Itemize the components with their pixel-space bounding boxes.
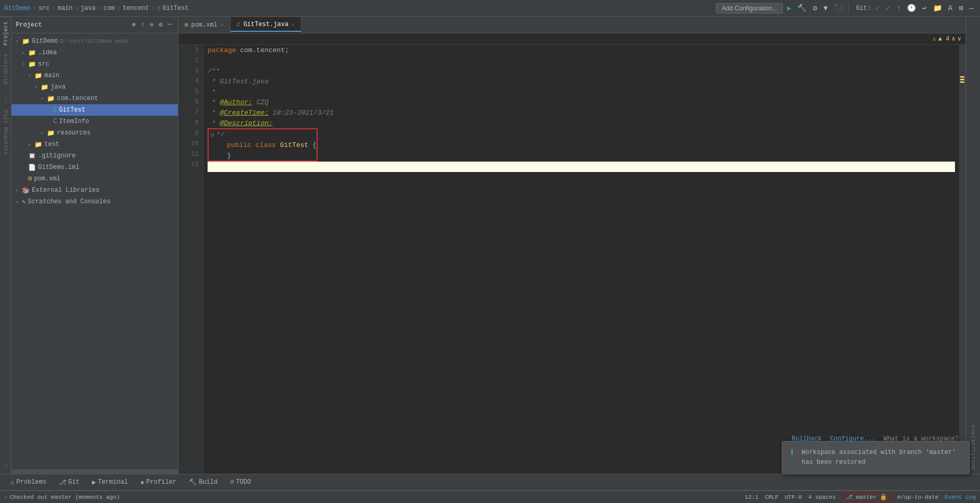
indent[interactable]: 4 spaces: [808, 494, 836, 500]
translate-button[interactable]: A: [946, 3, 954, 14]
library-icon: 📚: [22, 187, 30, 194]
line-separator[interactable]: CRLF: [765, 494, 778, 500]
favorites-icon[interactable]: ☆: [1, 457, 10, 474]
panel-collapse-btn[interactable]: ⊖: [148, 20, 155, 30]
cursor-position[interactable]: 12:1: [745, 494, 758, 500]
tab-problems[interactable]: ⚠ Problems: [4, 474, 53, 490]
warning-chevron-down[interactable]: ∨: [958, 35, 961, 43]
tab-label: Git: [68, 479, 80, 486]
git-show[interactable]: 📁: [931, 3, 944, 14]
com-tencent-folder[interactable]: ▾ 📁 com.tencent: [11, 93, 178, 104]
line-2: 2: [178, 55, 203, 66]
tab-close-gittest[interactable]: ✕: [292, 21, 295, 28]
annotation-key: @Author:: [220, 99, 252, 106]
configure-link[interactable]: Configure...: [830, 435, 875, 443]
vcs-icon: ✓: [4, 494, 8, 500]
breadcrumb-java[interactable]: java: [80, 5, 95, 12]
window-button[interactable]: ⊞: [957, 3, 965, 14]
code-content[interactable]: package com.tencent; /** * GitTest.java …: [203, 45, 959, 474]
breadcrumb-gittest[interactable]: GitTest: [163, 5, 189, 12]
scratches-consoles[interactable]: ▸ ✎ Scratches and Consoles: [11, 196, 178, 207]
breadcrumb-main[interactable]: main: [57, 5, 72, 12]
external-libraries[interactable]: ▸ 📚 External Libraries: [11, 185, 178, 196]
tab-close-pom[interactable]: ✕: [221, 22, 224, 28]
build-button[interactable]: 🔨: [795, 3, 808, 14]
pom-file[interactable]: m pom.xml: [11, 173, 178, 185]
encoding[interactable]: UTF-8: [785, 494, 802, 500]
tab-git[interactable]: ⎇ Git: [53, 474, 86, 490]
what-is-workspace-link[interactable]: What is a workspace?: [884, 435, 959, 443]
status-right: 12:1 CRLF UTF-8 4 spaces ⎇ master 🔒 ∅/up…: [745, 493, 976, 501]
iml-file[interactable]: 📄 GitDemo.iml: [11, 162, 178, 173]
java-tab-icon: C: [237, 21, 240, 28]
pull-requests-tab[interactable]: Pull Requests: [1, 106, 11, 159]
stop-button[interactable]: ⬛: [832, 3, 845, 14]
tab-label: pom.xml: [191, 21, 217, 29]
tab-label: Build: [199, 479, 217, 486]
tab-label: GitTest.java: [244, 21, 288, 28]
tab-pom-xml[interactable]: m pom.xml ✕: [178, 17, 231, 33]
tab-profiler[interactable]: ◈ Profiler: [134, 474, 183, 490]
build-project-button[interactable]: ⚙: [810, 3, 819, 14]
src-folder[interactable]: ▾ 📁 src: [11, 58, 178, 70]
panel-settings-btn[interactable]: ⚙: [157, 20, 165, 30]
code-line-1: package com.tencent;: [208, 45, 955, 55]
breadcrumb-com[interactable]: com: [103, 5, 115, 12]
java-class-icon: C: [53, 118, 57, 125]
error-mark-1: [960, 76, 964, 78]
folder-icon: 📁: [22, 38, 30, 45]
code-line-2: [208, 55, 955, 66]
add-configuration-button[interactable]: Add Configuration...: [716, 3, 783, 14]
gittest-file[interactable]: C GitTest: [11, 104, 178, 116]
tree-root[interactable]: ▾ 📁 GitDemo D:\test\GitDemo mast: [11, 35, 178, 47]
tab-terminal[interactable]: ▶ Terminal: [86, 474, 134, 490]
git-check1[interactable]: ✓: [873, 3, 881, 14]
gitignore-file[interactable]: 🔲 .gitignore: [11, 150, 178, 162]
expand-arrow: ▾: [41, 95, 47, 102]
panel-hide-btn[interactable]: —: [166, 20, 174, 30]
notif-title: Workspace associated with branch 'master…: [802, 448, 955, 468]
editor-area: m pom.xml ✕ C GitTest.java ✕ ⚠ ▲ 4 ∧ ∨: [178, 17, 965, 474]
code-line-3: /**: [208, 66, 955, 76]
line-7: 7: [178, 107, 203, 118]
branch-badge[interactable]: ⎇ master 🔒: [842, 493, 891, 501]
item-label: java: [51, 83, 66, 91]
iteminfo-file[interactable]: C ItemInfo: [11, 116, 178, 127]
toolbar-actions: Add Configuration... ▶ 🔨 ⚙ ▼ ⬛ Git: ✓ ✓ …: [716, 3, 976, 14]
class-icon: C: [157, 5, 161, 11]
panel-scroll-btn[interactable]: ↕: [139, 20, 147, 30]
git-rollback[interactable]: ↩: [920, 3, 928, 14]
java-folder[interactable]: ▾ 📁 java: [11, 81, 178, 93]
settings-dropdown[interactable]: ▼: [821, 3, 830, 14]
project-tab[interactable]: Project: [1, 17, 11, 50]
bookmark-icon[interactable]: ⋮: [0, 89, 12, 106]
git-check2[interactable]: ✓: [884, 3, 892, 14]
structure-tab[interactable]: Structure: [1, 50, 11, 89]
code-text: [211, 141, 227, 149]
panel-scope-btn[interactable]: ⊕: [130, 20, 138, 30]
breadcrumb-gitdemo[interactable]: GitDemo: [4, 5, 30, 12]
horizontal-scrollbar[interactable]: [11, 470, 178, 474]
run-button[interactable]: ▶: [785, 3, 793, 14]
tab-todo[interactable]: ≡ TODO: [224, 474, 257, 490]
tab-label: Profiler: [147, 479, 177, 486]
test-folder[interactable]: ▸ 📁 test: [11, 139, 178, 150]
tab-gittest-java[interactable]: C GitTest.java ✕: [231, 17, 301, 33]
breadcrumb-src[interactable]: src: [39, 5, 50, 12]
git-label: Git:: [856, 5, 871, 12]
tab-build[interactable]: 🔨 Build: [183, 474, 224, 490]
breadcrumb-tencent[interactable]: tencent: [123, 5, 149, 12]
rollback-link[interactable]: Rollback: [792, 435, 822, 443]
git-push[interactable]: ↑: [894, 3, 903, 14]
event-log[interactable]: Event Log: [945, 494, 976, 500]
expand-arrow: ▸: [28, 141, 34, 148]
minimize-button[interactable]: —: [967, 3, 976, 14]
warning-count[interactable]: ⚠ ▲ 4 ∧ ∨: [933, 35, 961, 43]
code-text: [276, 141, 280, 149]
item-label: GitTest: [59, 106, 85, 114]
resources-folder[interactable]: ▸ 📁 resources: [11, 127, 178, 139]
idea-folder[interactable]: ▸ 📁 .idea: [11, 47, 178, 58]
warning-chevron-up[interactable]: ∧: [952, 35, 955, 43]
main-folder[interactable]: ▾ 📁 main: [11, 70, 178, 81]
git-history[interactable]: 🕐: [905, 3, 918, 14]
